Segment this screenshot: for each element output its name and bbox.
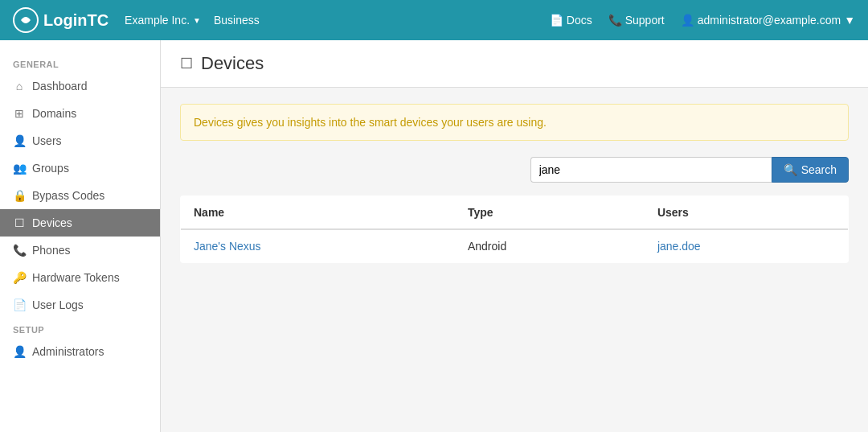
sidebar-item-phones[interactable]: 📞 Phones: [0, 237, 160, 264]
org-chevron-icon: ▼: [193, 16, 201, 25]
search-icon: 🔍: [784, 163, 797, 176]
layout: GENERAL ⌂ Dashboard ⊞ Domains 👤 Users 👥 …: [0, 40, 868, 432]
main-content: ☐ Devices Devices gives you insights int…: [161, 40, 868, 432]
sidebar-item-hardware-tokens[interactable]: 🔑 Hardware Tokens: [0, 264, 160, 291]
col-name: Name: [181, 196, 455, 230]
search-button[interactable]: 🔍 Search: [772, 157, 849, 183]
search-button-label: Search: [801, 163, 837, 176]
sidebar-item-user-logs-label: User Logs: [32, 298, 84, 311]
page-header: ☐ Devices: [161, 40, 868, 88]
sidebar-item-domains-label: Domains: [32, 107, 76, 120]
docs-icon: 📄: [550, 14, 563, 27]
sidebar-item-administrators[interactable]: 👤 Administrators: [0, 338, 160, 365]
cell-device-name: Jane's Nexus: [181, 229, 455, 263]
sidebar-item-dashboard-label: Dashboard: [32, 80, 88, 93]
sidebar-item-groups[interactable]: 👥 Groups: [0, 154, 160, 182]
sidebar: GENERAL ⌂ Dashboard ⊞ Domains 👤 Users 👥 …: [0, 40, 161, 432]
sidebar-general-label: GENERAL: [0, 53, 160, 72]
key-icon: 🔑: [13, 271, 26, 284]
sidebar-item-groups-label: Groups: [32, 162, 69, 175]
lock-icon: 🔒: [13, 189, 26, 202]
info-message: Devices gives you insights into the smar…: [194, 116, 547, 129]
sidebar-item-devices-label: Devices: [32, 216, 72, 229]
table-row: Jane's Nexus Android jane.doe: [181, 229, 849, 263]
admin-sidebar-icon: 👤: [13, 345, 26, 358]
page-title: Devices: [201, 53, 264, 74]
device-user-link[interactable]: jane.doe: [657, 240, 701, 253]
logintc-logo-icon: [13, 7, 39, 33]
search-input[interactable]: [530, 157, 772, 183]
devices-table: Name Type Users Jane's Nexus Android jan…: [180, 195, 849, 263]
sidebar-item-user-logs[interactable]: 📄 User Logs: [0, 291, 160, 319]
sidebar-item-devices[interactable]: ☐ Devices: [0, 209, 160, 237]
navbar: LoginTC Example Inc. ▼ Business 📄 Docs 📞…: [0, 0, 868, 40]
device-icon: ☐: [13, 216, 26, 229]
sidebar-item-domains[interactable]: ⊞ Domains: [0, 100, 160, 127]
cell-device-users: jane.doe: [645, 229, 849, 263]
brand-name: LoginTC: [43, 11, 108, 30]
info-box: Devices gives you insights into the smar…: [180, 104, 849, 141]
sidebar-item-bypass-codes[interactable]: 🔒 Bypass Codes: [0, 182, 160, 209]
brand[interactable]: LoginTC: [13, 7, 108, 33]
device-name-link[interactable]: Jane's Nexus: [194, 240, 261, 253]
sidebar-item-hardware-tokens-label: Hardware Tokens: [32, 271, 120, 284]
logs-icon: 📄: [13, 298, 26, 311]
page-header-icon: ☐: [180, 55, 193, 72]
col-users: Users: [645, 196, 849, 230]
sidebar-item-administrators-label: Administrators: [32, 345, 104, 358]
nav-section: Business: [214, 14, 260, 27]
sidebar-setup-label: SETUP: [0, 319, 160, 338]
sidebar-item-users[interactable]: 👤 Users: [0, 127, 160, 154]
admin-icon: 👤: [681, 14, 694, 27]
groups-icon: 👥: [13, 162, 26, 175]
admin-chevron-icon: ▼: [844, 14, 855, 27]
table-header-row: Name Type Users: [181, 196, 849, 230]
org-name: Example Inc.: [125, 14, 190, 27]
docs-link[interactable]: 📄 Docs: [550, 14, 592, 27]
support-link[interactable]: 📞 Support: [608, 14, 665, 27]
admin-menu[interactable]: 👤 administrator@example.com ▼: [681, 14, 855, 27]
sidebar-item-dashboard[interactable]: ⌂ Dashboard: [0, 72, 160, 100]
user-icon: 👤: [13, 134, 26, 147]
search-bar: 🔍 Search: [180, 157, 849, 183]
phone-sidebar-icon: 📞: [13, 244, 26, 257]
sidebar-item-phones-label: Phones: [32, 244, 70, 257]
col-type: Type: [455, 196, 645, 230]
sidebar-item-users-label: Users: [32, 134, 62, 147]
navbar-right: 📄 Docs 📞 Support 👤 administrator@example…: [550, 14, 855, 27]
home-icon: ⌂: [13, 80, 26, 93]
cell-device-type: Android: [455, 229, 645, 263]
phone-icon: 📞: [608, 14, 622, 27]
org-selector[interactable]: Example Inc. ▼: [125, 14, 201, 27]
domains-icon: ⊞: [13, 107, 26, 120]
sidebar-item-bypass-codes-label: Bypass Codes: [32, 189, 104, 202]
